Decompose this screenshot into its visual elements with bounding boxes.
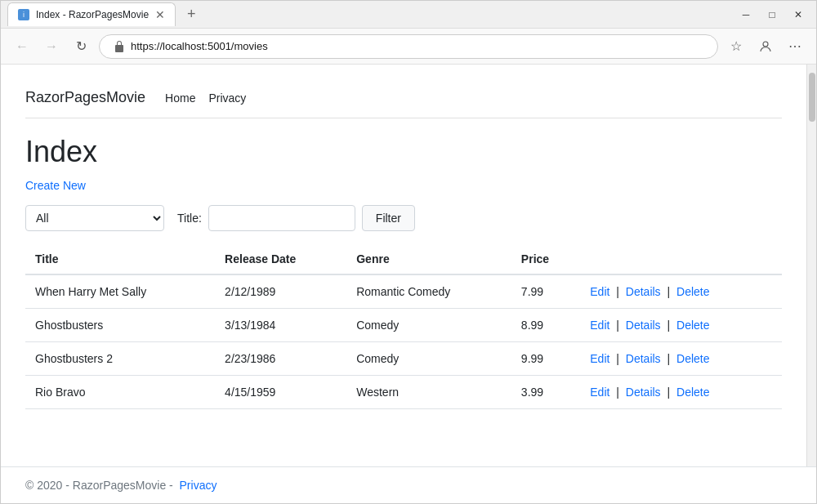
browser-tab[interactable]: i Index - RazorPagesMovie ✕	[7, 2, 176, 26]
action-sep-2: |	[667, 352, 674, 365]
action-sep-2: |	[667, 285, 674, 298]
cell-price: 3.99	[511, 376, 580, 409]
action-sep-1: |	[616, 319, 623, 332]
page-heading: Index	[25, 135, 782, 169]
cell-genre: Western	[346, 376, 511, 409]
close-button[interactable]: ✕	[787, 7, 810, 23]
col-genre: Genre	[346, 244, 511, 274]
cell-price: 8.99	[511, 309, 580, 342]
settings-button[interactable]: ⋯	[784, 35, 806, 58]
create-new-link[interactable]: Create New	[25, 179, 86, 192]
filter-row: All Comedy Romantic Comedy Western Title…	[25, 205, 782, 231]
favorites-button[interactable]: ☆	[725, 35, 748, 58]
reload-button[interactable]: ↻	[69, 35, 92, 58]
address-bar: ← → ↻ https://localhost:5001/movies ☆ ⋯	[1, 29, 816, 65]
cell-title: Ghostbusters	[25, 309, 215, 342]
main-content-area: RazorPagesMovie Home Privacy Index Creat…	[1, 65, 806, 466]
cell-genre: Comedy	[346, 342, 511, 376]
footer-text: © 2020 - RazorPagesMovie -	[25, 479, 173, 492]
edit-link[interactable]: Edit	[590, 285, 609, 298]
cell-actions: Edit | Details | Delete	[580, 309, 782, 342]
table-row: Ghostbusters 3/13/1984 Comedy 8.99 Edit …	[25, 309, 782, 342]
details-link[interactable]: Details	[626, 352, 661, 365]
table-row: Rio Bravo 4/15/1959 Western 3.99 Edit | …	[25, 376, 782, 409]
title-filter-label: Title:	[177, 212, 202, 225]
delete-link[interactable]: Delete	[676, 352, 709, 365]
cell-title: When Harry Met Sally	[25, 274, 215, 309]
tab-favicon: i	[18, 9, 29, 20]
table-body: When Harry Met Sally 2/12/1989 Romantic …	[25, 274, 782, 409]
forward-button[interactable]: →	[40, 35, 63, 58]
edit-link[interactable]: Edit	[590, 352, 609, 365]
col-release-date: Release Date	[215, 244, 346, 274]
url-text[interactable]: https://localhost:5001/movies	[131, 40, 268, 52]
cell-price: 7.99	[511, 274, 580, 309]
table-row: Ghostbusters 2 2/23/1986 Comedy 9.99 Edi…	[25, 342, 782, 376]
delete-link[interactable]: Delete	[676, 386, 709, 399]
delete-link[interactable]: Delete	[676, 285, 709, 298]
edit-link[interactable]: Edit	[590, 386, 609, 399]
profile-button[interactable]	[754, 35, 777, 58]
cell-release-date: 4/15/1959	[215, 376, 346, 409]
details-link[interactable]: Details	[626, 285, 661, 298]
lock-icon	[113, 40, 126, 53]
nav-home-link[interactable]: Home	[165, 91, 195, 105]
cell-release-date: 2/23/1986	[215, 342, 346, 376]
cell-actions: Edit | Details | Delete	[580, 376, 782, 409]
movies-table: Title Release Date Genre Price When Harr…	[25, 244, 782, 409]
table-row: When Harry Met Sally 2/12/1989 Romantic …	[25, 274, 782, 309]
site-footer: © 2020 - RazorPagesMovie - Privacy	[1, 466, 816, 503]
title-filter-input[interactable]	[208, 205, 355, 231]
cell-price: 9.99	[511, 342, 580, 376]
col-price: Price	[511, 244, 580, 274]
tab-close-button[interactable]: ✕	[155, 8, 165, 21]
new-tab-button[interactable]: +	[182, 6, 201, 23]
minimize-button[interactable]: ─	[734, 7, 757, 23]
action-sep-1: |	[616, 285, 623, 298]
edit-link[interactable]: Edit	[590, 319, 609, 332]
cell-genre: Romantic Comedy	[346, 274, 511, 309]
action-sep-2: |	[667, 386, 674, 399]
details-link[interactable]: Details	[626, 386, 661, 399]
cell-release-date: 2/12/1989	[215, 274, 346, 309]
site-nav: RazorPagesMovie Home Privacy	[25, 81, 782, 118]
page-content: RazorPagesMovie Home Privacy Index Creat…	[1, 65, 816, 466]
tab-title: Index - RazorPagesMovie	[36, 9, 149, 20]
filter-button[interactable]: Filter	[362, 205, 415, 231]
genre-select[interactable]: All Comedy Romantic Comedy Western	[25, 205, 164, 231]
cell-genre: Comedy	[346, 309, 511, 342]
title-bar: i Index - RazorPagesMovie ✕ + ─ □ ✕	[1, 1, 816, 29]
address-input-bar[interactable]: https://localhost:5001/movies	[99, 34, 718, 59]
back-button[interactable]: ←	[11, 35, 33, 58]
delete-link[interactable]: Delete	[676, 319, 709, 332]
browser-window: i Index - RazorPagesMovie ✕ + ─ □ ✕ ← → …	[0, 0, 817, 504]
cell-actions: Edit | Details | Delete	[580, 342, 782, 376]
col-actions	[580, 244, 782, 274]
svg-point-0	[763, 42, 768, 47]
cell-actions: Edit | Details | Delete	[580, 274, 782, 309]
restore-button[interactable]: □	[761, 7, 784, 23]
action-sep-1: |	[616, 352, 623, 365]
nav-privacy-link[interactable]: Privacy	[208, 91, 246, 105]
scrollbar[interactable]	[806, 65, 816, 466]
table-header: Title Release Date Genre Price	[25, 244, 782, 274]
brand-name: RazorPagesMovie	[25, 89, 145, 106]
window-controls: ─ □ ✕	[734, 7, 810, 23]
action-sep-2: |	[667, 319, 674, 332]
footer-privacy-link[interactable]: Privacy	[180, 479, 217, 492]
cell-title: Ghostbusters 2	[25, 342, 215, 376]
action-sep-1: |	[616, 386, 623, 399]
cell-title: Rio Bravo	[25, 376, 215, 409]
scrollbar-thumb[interactable]	[809, 73, 815, 122]
col-title: Title	[25, 244, 215, 274]
cell-release-date: 3/13/1984	[215, 309, 346, 342]
details-link[interactable]: Details	[626, 319, 661, 332]
profile-icon	[758, 39, 773, 54]
